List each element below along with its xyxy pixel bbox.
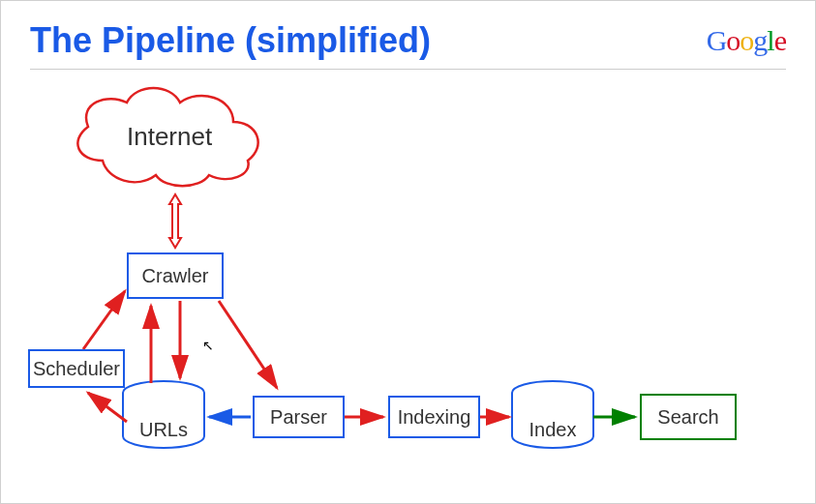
logo-letter-g1: G [707,24,727,56]
node-index: Index [512,398,593,446]
slide-title: The Pipeline (simplified) [30,20,431,61]
node-scheduler: Scheduler [28,349,125,388]
diagram-canvas: Internet Crawler Scheduler URLs Parser I… [1,69,816,504]
node-indexing-label: Indexing [398,406,471,429]
logo-letter-l: l [767,24,773,56]
node-search-label: Search [657,406,718,429]
slide-container: The Pipeline (simplified) Google [0,0,816,504]
arrow-urls-scheduler [88,393,127,422]
logo-letter-o1: o [726,24,740,56]
logo-letter-o2: o [740,24,753,56]
node-indexing: Indexing [388,396,480,438]
node-search: Search [640,394,737,440]
slide-header: The Pipeline (simplified) Google [30,20,786,70]
node-crawler-label: Crawler [142,265,209,287]
node-crawler: Crawler [127,252,224,299]
arrow-internet-crawler [169,194,181,248]
logo-letter-e: e [774,24,786,56]
cursor-icon: ↖ [202,338,214,353]
node-parser-label: Parser [270,406,327,429]
arrow-scheduler-crawler [83,291,125,349]
node-urls: URLs [123,398,204,446]
logo-letter-g2: g [753,24,767,56]
arrow-crawler-parser [219,301,277,388]
google-logo: Google [707,24,786,57]
node-parser: Parser [253,396,345,438]
node-urls-label: URLs [139,419,188,441]
node-scheduler-label: Scheduler [33,358,120,380]
node-index-label: Index [529,419,577,441]
node-internet: Internet [127,122,212,152]
